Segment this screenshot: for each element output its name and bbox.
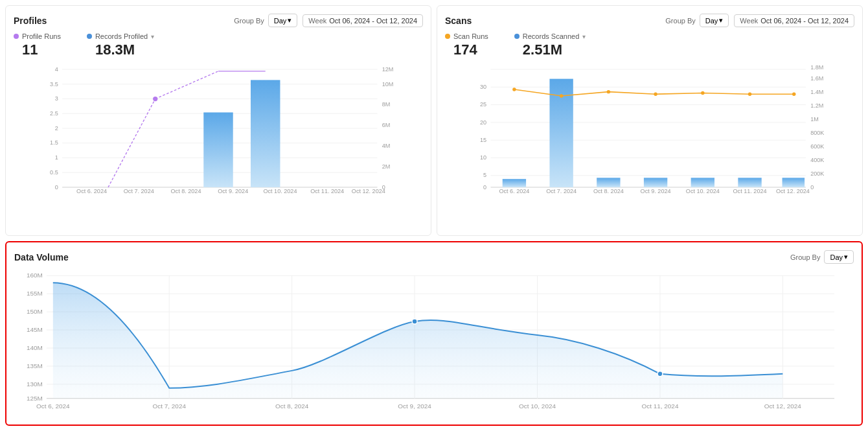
profiles-group-by-value: Day — [274, 17, 287, 25]
profiles-chart: 0 0.5 1 1.5 2 2.5 3 3.5 4 0 2M 4M 6M 8M — [14, 64, 423, 193]
scan-runs-metric: Scan Runs 174 — [445, 32, 488, 58]
chevron-down-icon: ▾ — [719, 16, 723, 25]
svg-text:150M: 150M — [27, 308, 43, 315]
svg-text:4M: 4M — [382, 143, 391, 149]
profiles-group-by-label: Group By — [234, 17, 264, 25]
profiles-week-label: Week — [308, 17, 326, 25]
svg-text:Oct 6, 2024: Oct 6, 2024 — [499, 188, 529, 193]
svg-text:4: 4 — [55, 66, 58, 73]
svg-text:Oct 6, 2024: Oct 6, 2024 — [76, 188, 107, 193]
svg-point-69 — [560, 94, 563, 97]
svg-text:135M: 135M — [27, 362, 43, 369]
scans-chart-svg: 0 5 10 15 20 25 30 0 200K 400K 600K 800K… — [445, 64, 854, 193]
chevron-down-icon: ▾ — [288, 16, 291, 25]
scans-metrics: Scan Runs 174 Records Scanned ▾ 2.51M — [445, 32, 854, 58]
scans-title: Scans — [445, 16, 472, 26]
svg-text:1.8M: 1.8M — [810, 64, 823, 71]
svg-rect-61 — [503, 179, 526, 187]
data-volume-chart: 125M 130M 135M 140M 145M 150M 155M 160M — [14, 269, 854, 418]
svg-text:20: 20 — [480, 119, 486, 126]
svg-rect-25 — [203, 112, 233, 187]
svg-text:Oct 7, 2024: Oct 7, 2024 — [546, 188, 577, 193]
svg-rect-26 — [251, 80, 280, 187]
svg-text:5: 5 — [483, 172, 486, 178]
svg-text:Oct 12, 2024: Oct 12, 2024 — [764, 402, 801, 410]
svg-text:10: 10 — [480, 154, 486, 161]
records-profiled-caret[interactable]: ▾ — [151, 33, 154, 40]
top-row: Profiles Group By Day ▾ Week Oct 06, 202… — [5, 5, 863, 236]
records-scanned-caret[interactable]: ▾ — [582, 33, 586, 40]
svg-text:1: 1 — [55, 154, 58, 161]
svg-text:Oct 9, 2024: Oct 9, 2024 — [218, 188, 248, 193]
records-profiled-dot — [87, 34, 92, 39]
scan-runs-dot — [445, 34, 450, 39]
svg-text:1.2M: 1.2M — [810, 102, 823, 109]
svg-text:600K: 600K — [810, 143, 824, 150]
svg-text:Oct 12, 2024: Oct 12, 2024 — [776, 188, 810, 193]
records-scanned-dot — [514, 34, 520, 39]
svg-point-104 — [412, 319, 417, 324]
svg-text:Oct 7, 2024: Oct 7, 2024 — [124, 188, 154, 193]
records-profiled-label: Records Profiled ▾ — [87, 32, 154, 40]
profile-runs-dot — [14, 34, 19, 39]
svg-text:6M: 6M — [382, 122, 391, 128]
svg-text:160M: 160M — [27, 272, 43, 279]
svg-point-74 — [792, 93, 795, 96]
scans-chart: 0 5 10 15 20 25 30 0 200K 400K 600K 800K… — [445, 64, 854, 193]
chevron-down-icon: ▾ — [844, 253, 848, 261]
scans-week-range[interactable]: Week Oct 06, 2024 - Oct 12, 2024 — [734, 14, 854, 27]
svg-text:1.5: 1.5 — [50, 139, 58, 146]
svg-text:140M: 140M — [27, 344, 43, 351]
svg-text:130M: 130M — [27, 380, 43, 388]
svg-text:Oct 11, 2024: Oct 11, 2024 — [310, 188, 344, 193]
svg-text:Oct 10, 2024: Oct 10, 2024 — [686, 188, 720, 193]
scans-panel: Scans Group By Day ▾ Week Oct 06, 2024 -… — [437, 5, 863, 236]
data-volume-group-by-btn[interactable]: Day ▾ — [824, 250, 854, 264]
svg-text:125M: 125M — [27, 395, 43, 402]
profiles-group-by: Group By Day ▾ — [234, 14, 297, 27]
svg-text:Oct 11, 2024: Oct 11, 2024 — [641, 402, 678, 410]
svg-text:2: 2 — [55, 125, 58, 132]
data-volume-title: Data Volume — [14, 252, 69, 262]
svg-text:1.4M: 1.4M — [810, 89, 823, 95]
svg-text:0.5: 0.5 — [50, 169, 58, 176]
svg-text:0: 0 — [55, 184, 58, 191]
records-scanned-value: 2.51M — [514, 41, 586, 58]
svg-text:3.5: 3.5 — [50, 81, 58, 87]
profiles-week-range[interactable]: Week Oct 06, 2024 - Oct 12, 2024 — [303, 14, 423, 27]
svg-point-73 — [748, 93, 751, 96]
svg-point-27 — [153, 97, 157, 101]
svg-text:Oct 8, 2024: Oct 8, 2024 — [275, 402, 309, 410]
svg-text:1.6M: 1.6M — [810, 75, 823, 82]
svg-text:200K: 200K — [810, 170, 824, 177]
svg-rect-66 — [738, 178, 761, 187]
profile-runs-metric: Profile Runs 11 — [14, 32, 61, 58]
profiles-header: Profiles Group By Day ▾ Week Oct 06, 202… — [14, 14, 423, 27]
scans-week-label: Week — [740, 17, 758, 25]
svg-text:155M: 155M — [27, 290, 43, 297]
svg-point-71 — [654, 93, 657, 96]
scans-header: Scans Group By Day ▾ Week Oct 06, 2024 -… — [445, 14, 854, 27]
profiles-group-by-btn[interactable]: Day ▾ — [268, 14, 298, 27]
svg-text:0: 0 — [810, 184, 814, 191]
svg-text:Oct 10, 2024: Oct 10, 2024 — [263, 188, 297, 193]
svg-text:Oct 8, 2024: Oct 8, 2024 — [171, 188, 201, 193]
svg-text:3: 3 — [55, 95, 58, 102]
svg-text:Oct 9, 2024: Oct 9, 2024 — [641, 188, 671, 193]
svg-text:10M: 10M — [382, 81, 394, 87]
svg-text:Oct 12, 2024: Oct 12, 2024 — [352, 188, 385, 193]
svg-text:2.5: 2.5 — [50, 110, 58, 117]
data-volume-panel: Data Volume Group By Day ▾ — [5, 241, 863, 426]
svg-text:25: 25 — [480, 101, 486, 108]
profile-runs-label: Profile Runs — [14, 32, 61, 40]
svg-text:0: 0 — [483, 184, 486, 191]
svg-rect-64 — [644, 178, 667, 187]
svg-text:30: 30 — [480, 84, 486, 90]
svg-rect-67 — [782, 178, 805, 187]
scans-group-by-btn[interactable]: Day ▾ — [700, 14, 729, 27]
data-volume-header: Data Volume Group By Day ▾ — [14, 250, 854, 264]
svg-rect-63 — [597, 178, 620, 187]
svg-text:1M: 1M — [810, 116, 819, 122]
scan-runs-value: 174 — [445, 41, 488, 58]
svg-text:8M: 8M — [382, 101, 391, 108]
